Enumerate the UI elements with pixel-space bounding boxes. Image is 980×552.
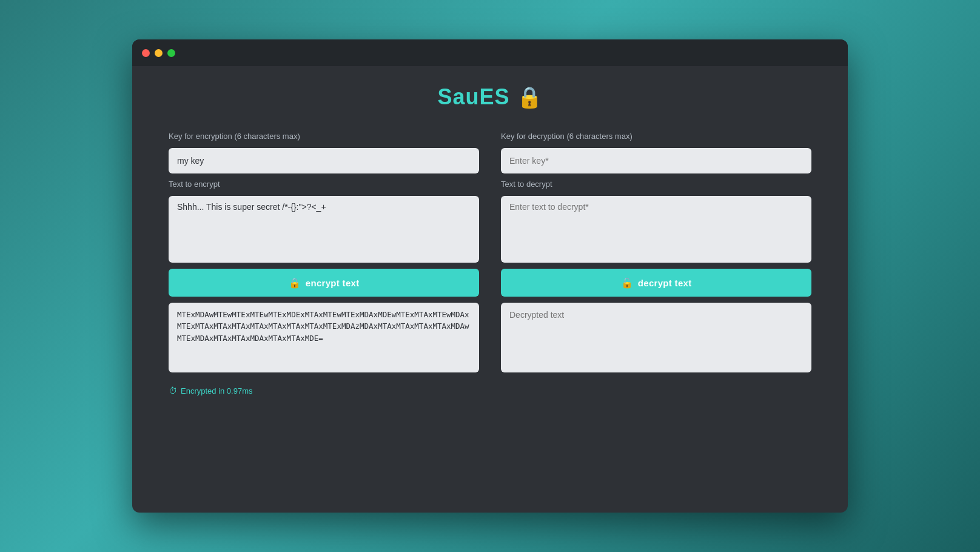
encrypt-column: Key for encryption (6 characters max) Te…: [169, 132, 479, 395]
encrypted-output[interactable]: MTExMDAwMTEwMTExMTEwMTExMDExMTAxMTEwMTEx…: [169, 303, 479, 372]
encrypt-key-label: Key for encryption (6 characters max): [169, 132, 479, 141]
app-name-text: SauES: [437, 84, 509, 109]
encrypt-status-bar: ⏱ Encrypted in 0.97ms: [169, 386, 479, 395]
decrypt-key-label: Key for decryption (6 characters max): [501, 132, 811, 141]
decrypt-text-label: Text to decrypt: [501, 180, 811, 189]
main-content: SauES 🔒 Key for encryption (6 characters…: [132, 66, 848, 513]
encrypt-lock-icon: 🔒: [289, 277, 301, 289]
lock-icon: 🔒: [517, 86, 543, 109]
encrypt-text-input[interactable]: Shhh... This is super secret /*-{}:">?<_…: [169, 196, 479, 263]
encrypt-button-label: encrypt text: [306, 278, 360, 288]
decrypt-lock-icon: 🔓: [621, 277, 633, 289]
decrypt-column: Key for decryption (6 characters max) Te…: [501, 132, 811, 395]
encrypt-text-label: Text to encrypt: [169, 180, 479, 189]
decrypt-text-input[interactable]: [501, 196, 811, 263]
decrypt-button[interactable]: 🔓 decrypt text: [501, 269, 811, 297]
app-title: SauES 🔒: [169, 84, 811, 110]
main-columns: Key for encryption (6 characters max) Te…: [169, 132, 811, 395]
decrypted-output[interactable]: [501, 303, 811, 372]
app-window: SauES 🔒 Key for encryption (6 characters…: [132, 39, 848, 513]
close-button[interactable]: [142, 49, 150, 57]
decrypted-output-wrapper: [501, 303, 811, 375]
encrypt-key-input[interactable]: [169, 148, 479, 173]
minimize-button[interactable]: [155, 49, 163, 57]
encrypted-output-wrapper: MTExMDAwMTEwMTExMTEwMTExMDExMTAxMTEwMTEx…: [169, 303, 479, 375]
titlebar: [132, 39, 848, 66]
timer-icon: ⏱: [169, 386, 177, 395]
decrypt-button-label: decrypt text: [638, 278, 692, 288]
maximize-button[interactable]: [167, 49, 175, 57]
encrypt-button[interactable]: 🔒 encrypt text: [169, 269, 479, 297]
status-text: Encrypted in 0.97ms: [181, 386, 253, 395]
decrypt-key-input[interactable]: [501, 148, 811, 173]
